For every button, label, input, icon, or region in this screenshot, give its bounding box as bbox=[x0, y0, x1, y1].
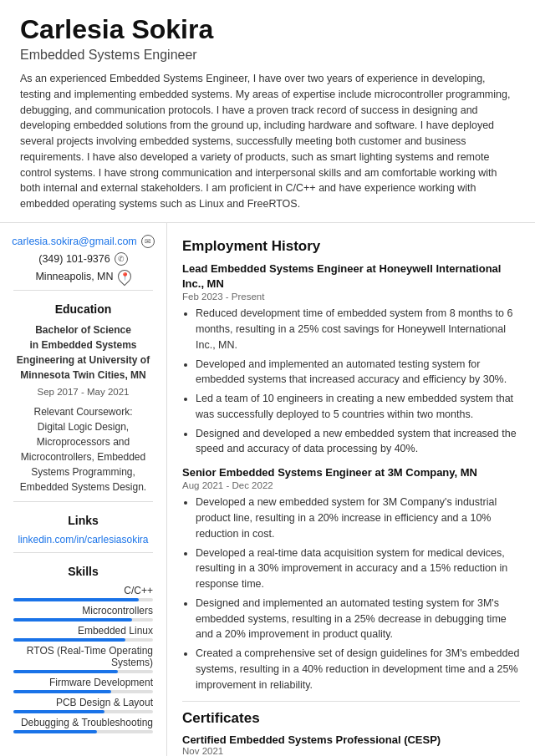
skill-bar-container bbox=[13, 710, 153, 713]
bullet-item: Designed and developed a new embedded sy… bbox=[196, 426, 520, 458]
linkedin-link[interactable]: linkedin.com/in/carlesiasokira bbox=[13, 534, 153, 545]
degree-text: Bachelor of Sciencein Embedded SystemsEn… bbox=[13, 322, 153, 383]
contact-divider bbox=[13, 290, 153, 291]
location-text: Minneapolis, MN bbox=[35, 271, 113, 282]
bullet-item: Developed a real-time data acquisition s… bbox=[196, 545, 520, 592]
right-column: Employment History Lead Embedded Systems… bbox=[167, 223, 535, 756]
left-column: carlesia.sokira@gmail.com ✉ (349) 101-93… bbox=[0, 223, 167, 756]
job-2: Senior Embedded Systems Engineer at 3M C… bbox=[182, 465, 520, 693]
skill-label: Microcontrollers bbox=[13, 605, 153, 616]
skill-bar-container bbox=[13, 638, 153, 642]
coursework-text: Digital Logic Design,Microprocessors and… bbox=[13, 419, 153, 495]
job-2-title: Senior Embedded Systems Engineer at 3M C… bbox=[182, 465, 520, 480]
employment-section-title: Employment History bbox=[182, 238, 520, 255]
bullet-item: Developed a new embedded system for 3M C… bbox=[196, 495, 520, 541]
skill-item: Microcontrollers bbox=[13, 605, 153, 622]
header-name: Carlesia Sokira bbox=[20, 15, 515, 44]
contact-location-row: Minneapolis, MN 📍 bbox=[13, 270, 153, 283]
skill-bar bbox=[13, 670, 118, 673]
education-section-title: Education bbox=[13, 302, 153, 316]
skill-bar bbox=[13, 618, 132, 622]
resume-container: Carlesia Sokira Embedded Systems Enginee… bbox=[0, 0, 535, 756]
coursework-label: Relevant Coursework: bbox=[13, 404, 153, 419]
skill-label: Firmware Development bbox=[13, 677, 153, 688]
header-summary: As an experienced Embedded Systems Engin… bbox=[20, 71, 515, 212]
email-link[interactable]: carlesia.sokira@gmail.com bbox=[12, 236, 137, 247]
certificates-list: Certified Embedded Systems Professional … bbox=[182, 733, 520, 756]
cert-title: Certified Embedded Systems Professional … bbox=[182, 733, 520, 746]
contact-phone-row: (349) 101-9376 ✆ bbox=[13, 252, 153, 266]
skill-bar bbox=[13, 730, 97, 733]
skill-bar-container bbox=[13, 618, 153, 622]
location-icon: 📍 bbox=[115, 267, 134, 287]
mail-icon: ✉ bbox=[141, 235, 155, 248]
employment-divider bbox=[182, 701, 520, 702]
skill-label: RTOS (Real-Time Operating Systems) bbox=[13, 645, 153, 668]
cert-date: Nov 2021 bbox=[182, 746, 520, 756]
links-section-title: Links bbox=[13, 514, 153, 527]
job-1: Lead Embedded Systems Engineer at Honeyw… bbox=[182, 261, 520, 457]
job-1-dates: Feb 2023 - Present bbox=[182, 292, 520, 302]
skill-bar bbox=[13, 690, 111, 693]
phone-text: (349) 101-9376 bbox=[38, 253, 110, 265]
skill-item: PCB Design & Layout bbox=[13, 697, 153, 713]
skill-label: Debugging & Troubleshooting bbox=[13, 717, 153, 728]
bullet-item: Designed and implemented an automated te… bbox=[196, 596, 520, 642]
skill-bar-container bbox=[13, 690, 153, 693]
job-2-bullets: Developed a new embedded system for 3M C… bbox=[182, 495, 520, 693]
skills-section-title: Skills bbox=[13, 565, 153, 578]
education-block: Bachelor of Sciencein Embedded SystemsEn… bbox=[13, 322, 153, 495]
body-section: carlesia.sokira@gmail.com ✉ (349) 101-93… bbox=[0, 223, 535, 756]
job-1-bullets: Reduced development time of embedded sys… bbox=[182, 306, 520, 457]
bullet-item: Reduced development time of embedded sys… bbox=[196, 306, 520, 353]
skill-item: Firmware Development bbox=[13, 677, 153, 693]
skill-bar-container bbox=[13, 730, 153, 733]
skill-bar-container bbox=[13, 670, 153, 673]
links-section: Links linkedin.com/in/carlesiasokira bbox=[13, 514, 153, 545]
bullet-item: Led a team of 10 engineers in creating a… bbox=[196, 391, 520, 423]
skill-label: PCB Design & Layout bbox=[13, 697, 153, 708]
skill-item: Embedded Linux bbox=[13, 625, 153, 642]
skill-bar bbox=[13, 598, 139, 601]
contact-email-row: carlesia.sokira@gmail.com ✉ bbox=[13, 235, 153, 248]
certificates-section-title: Certificates bbox=[182, 710, 520, 727]
phone-icon: ✆ bbox=[115, 252, 128, 266]
education-dates: Sep 2017 - May 2021 bbox=[13, 385, 153, 399]
skill-item: RTOS (Real-Time Operating Systems) bbox=[13, 645, 153, 673]
skills-list: C/C++ Microcontrollers Embedded Linux RT… bbox=[13, 585, 153, 733]
header-section: Carlesia Sokira Embedded Systems Enginee… bbox=[0, 0, 535, 223]
header-title: Embedded Systems Engineer bbox=[20, 48, 515, 63]
skill-label: C/C++ bbox=[13, 585, 153, 596]
bullet-item: Developed and implemented an automated t… bbox=[196, 357, 520, 388]
skill-bar bbox=[13, 638, 125, 642]
bullet-item: Created a comprehensive set of design gu… bbox=[196, 646, 520, 693]
skill-item: C/C++ bbox=[13, 585, 153, 601]
education-divider bbox=[13, 501, 153, 502]
job-2-dates: Aug 2021 - Dec 2022 bbox=[182, 480, 520, 490]
links-divider bbox=[13, 552, 153, 553]
skill-label: Embedded Linux bbox=[13, 625, 153, 637]
skill-item: Debugging & Troubleshooting bbox=[13, 717, 153, 733]
job-1-title: Lead Embedded Systems Engineer at Honeyw… bbox=[182, 261, 520, 292]
skills-section: Skills C/C++ Microcontrollers Embedded L… bbox=[13, 565, 153, 733]
skill-bar-container bbox=[13, 598, 153, 601]
certificate-item: Certified Embedded Systems Professional … bbox=[182, 733, 520, 756]
skill-bar bbox=[13, 710, 104, 713]
